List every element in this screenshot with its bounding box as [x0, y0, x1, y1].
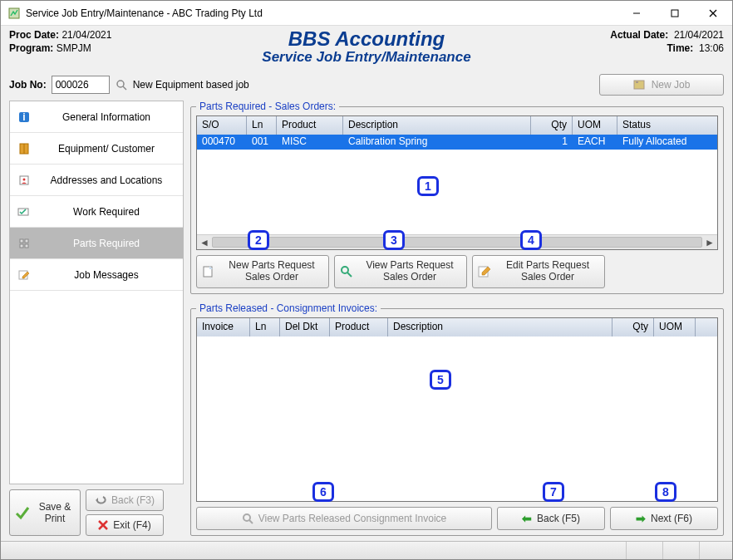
close-button[interactable] — [694, 1, 732, 26]
cell-uom: EACH — [573, 135, 617, 150]
col-product[interactable]: Product — [330, 318, 388, 336]
edit-parts-request-button[interactable]: Edit Parts Request Sales Order — [472, 255, 605, 288]
address-icon — [17, 173, 32, 188]
status-seg — [626, 542, 659, 559]
view-parts-released-button[interactable]: View Parts Released Consignment Invoice — [196, 507, 492, 530]
job-no-label: Job No: — [9, 79, 47, 91]
svg-line-28 — [249, 520, 253, 523]
col-ln[interactable]: Ln — [247, 116, 277, 135]
arrow-left-icon: ⬅ — [522, 512, 532, 525]
parts-released-group: Parts Released - Consignment Invoices: I… — [190, 302, 724, 536]
time-value: 13:06 — [699, 42, 724, 54]
side-column: i General Information Equipment/ Custome… — [9, 101, 184, 536]
app-title: BBS Accounting — [175, 29, 558, 49]
col-product[interactable]: Product — [277, 116, 343, 135]
svg-point-5 — [117, 81, 124, 87]
window-title: Service Job Entry/Maintenance - ABC Trad… — [26, 7, 617, 19]
search-icon — [242, 513, 253, 524]
back-f5-button[interactable]: ⬅ Back (F5) — [497, 507, 605, 530]
table-row[interactable]: 000470 001 MISC Calibration Spring 1 EAC… — [197, 135, 717, 150]
window-buttons — [617, 1, 732, 26]
app-icon — [7, 7, 21, 20]
proc-date-value: 21/04/2021 — [61, 29, 111, 41]
job-row: Job No: New Equipment based job New Job — [9, 74, 724, 96]
minimize-button[interactable] — [617, 1, 656, 26]
edit-icon — [17, 268, 32, 282]
horizontal-scrollbar[interactable]: ◄ ► — [197, 234, 717, 249]
job-no-input[interactable] — [52, 76, 110, 94]
cell-so: 000470 — [197, 135, 247, 150]
save-print-button[interactable]: Save & Print — [9, 489, 81, 536]
tab-label: Equipment/ Customer — [37, 143, 176, 155]
status-seg — [662, 542, 696, 559]
col-deldkt[interactable]: Del Dkt — [280, 318, 330, 336]
parts-required-buttons: New Parts Request Sales Order View Parts… — [196, 255, 718, 288]
tab-equipment-customer[interactable]: Equipment/ Customer — [10, 133, 183, 165]
parts-released-legend: Parts Released - Consignment Invoices: — [196, 302, 381, 314]
parts-required-group: Parts Required - Sales Orders: S/O Ln Pr… — [190, 101, 724, 294]
exit-f4-button[interactable]: Exit (F4) — [86, 514, 164, 536]
app-window: Service Job Entry/Maintenance - ABC Trad… — [0, 0, 733, 560]
parts-released-grid[interactable]: Invoice Ln Del Dkt Product Description Q… — [196, 317, 718, 502]
back-f5-label: Back (F5) — [537, 513, 580, 524]
tab-general-information[interactable]: i General Information — [10, 101, 183, 133]
grid-body[interactable] — [197, 336, 717, 501]
time-label: Time: — [667, 42, 694, 54]
view-parts-request-label: View Parts Request Sales Order — [358, 260, 461, 283]
view-parts-released-label: View Parts Released Consignment Invoice — [258, 513, 447, 524]
back-f3-button[interactable]: Back (F3) — [86, 489, 164, 511]
search-icon — [340, 265, 353, 278]
back-arrow-icon — [95, 495, 106, 505]
new-icon — [202, 265, 215, 278]
col-so[interactable]: S/O — [197, 116, 247, 135]
cell-ln: 001 — [247, 135, 277, 150]
parts-required-grid[interactable]: S/O Ln Product Description Qty UOM Statu… — [196, 115, 718, 250]
status-seg — [699, 542, 732, 559]
job-desc: New Equipment based job — [133, 79, 249, 91]
col-ln[interactable]: Ln — [250, 318, 280, 336]
svg-rect-2 — [672, 10, 678, 17]
tab-parts-required[interactable]: Parts Required — [10, 228, 183, 259]
new-job-icon — [633, 79, 647, 91]
col-description[interactable]: Description — [343, 116, 531, 135]
col-uom[interactable]: UOM — [654, 318, 696, 336]
maximize-button[interactable] — [656, 1, 694, 26]
tab-addresses-locations[interactable]: Addresses and Locations — [10, 165, 183, 196]
svg-line-6 — [123, 86, 126, 90]
svg-line-25 — [347, 273, 352, 277]
col-qty[interactable]: Qty — [531, 116, 573, 135]
col-uom[interactable]: UOM — [573, 116, 617, 135]
scroll-left-icon[interactable]: ◄ — [197, 235, 212, 250]
tab-label: Parts Required — [37, 238, 176, 249]
col-description[interactable]: Description — [388, 318, 612, 336]
work-icon — [17, 204, 32, 219]
cell-desc: Calibration Spring — [343, 135, 531, 150]
scroll-right-icon[interactable]: ► — [702, 235, 717, 250]
new-job-button[interactable]: New Job — [599, 74, 724, 96]
col-invoice[interactable]: Invoice — [197, 318, 250, 336]
program-label: Program: — [9, 42, 53, 54]
arrow-right-icon: ➡ — [636, 512, 646, 525]
edit-icon — [478, 265, 491, 278]
new-parts-request-button[interactable]: New Parts Request Sales Order — [196, 255, 329, 288]
svg-rect-7 — [634, 81, 644, 89]
grid-body[interactable]: 000470 001 MISC Calibration Spring 1 EAC… — [197, 135, 717, 234]
svg-rect-17 — [25, 239, 28, 243]
tab-work-required[interactable]: Work Required — [10, 196, 183, 228]
scroll-thumb[interactable] — [212, 237, 702, 248]
save-print-label: Save & Print — [35, 501, 75, 524]
actual-date-label: Actual Date: — [610, 29, 668, 41]
status-bar — [1, 541, 732, 559]
cell-product: MISC — [277, 135, 343, 150]
tab-label: General Information — [37, 111, 176, 123]
grid-header: S/O Ln Product Description Qty UOM Statu… — [197, 116, 717, 135]
lookup-icon[interactable] — [115, 78, 128, 91]
view-parts-request-button[interactable]: View Parts Request Sales Order — [334, 255, 467, 288]
tab-job-messages[interactable]: Job Messages — [10, 259, 183, 291]
parts-released-buttons: View Parts Released Consignment Invoice … — [196, 507, 718, 530]
next-f6-button[interactable]: ➡ Next (F6) — [610, 507, 718, 530]
main-panel: Parts Required - Sales Orders: S/O Ln Pr… — [190, 101, 724, 536]
col-status[interactable]: Status — [617, 116, 717, 135]
svg-point-14 — [23, 178, 26, 180]
col-qty[interactable]: Qty — [612, 318, 654, 336]
